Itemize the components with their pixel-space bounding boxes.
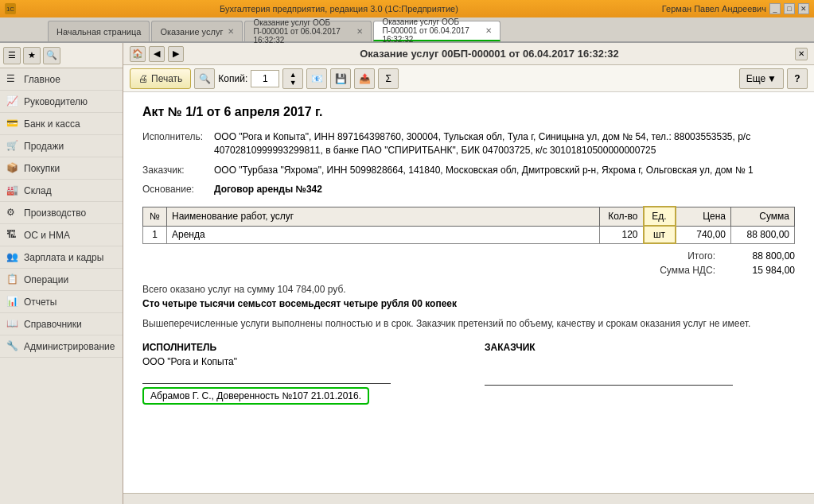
title-bar: 1С Бухгалтерия предприятия, редакция 3.0… <box>0 0 814 17</box>
more-button[interactable]: Еще ▼ <box>739 68 784 89</box>
client-sig-title: ЗАКАЗЧИК <box>485 342 795 353</box>
sidebar-item-bank[interactable]: 💳 Банк и касса <box>0 113 123 135</box>
tab-service3-close[interactable]: ✕ <box>485 26 492 35</box>
tab-service3-label: Оказание услуг ООБ П-000001 от 06.04.201… <box>382 17 481 44</box>
sidebar-item-warehouse-label: Склад <box>24 185 52 196</box>
sidebar-menu-button[interactable]: ☰ <box>3 47 21 64</box>
copies-input[interactable] <box>251 70 279 87</box>
sidebar-item-operations[interactable]: 📋 Операции <box>0 269 123 291</box>
sidebar-item-warehouse[interactable]: 🏭 Склад <box>0 180 123 202</box>
user-name: Герман Павел Андреевич <box>662 4 766 14</box>
sidebar-item-reference-label: Справочники <box>24 319 82 330</box>
title-bar-left: 1С <box>5 3 16 14</box>
minimize-button[interactable]: _ <box>769 3 781 14</box>
printer-icon: 🖨 <box>138 73 148 84</box>
sidebar-item-operations-label: Операции <box>24 274 68 285</box>
sidebar-item-production[interactable]: ⚙ Производство <box>0 202 123 224</box>
help-button-label: ? <box>794 73 800 84</box>
sum-button[interactable]: Σ <box>378 68 399 89</box>
tab-service1[interactable]: Оказание услуг ✕ <box>151 21 243 41</box>
tab-home-label: Начальная страница <box>56 27 141 37</box>
doc-title-bar: 🏠 ◀ ▶ Оказание услуг 00БП-000001 от 06.0… <box>123 43 814 65</box>
close-window-button[interactable]: ✕ <box>798 3 809 14</box>
sidebar-search-button[interactable]: 🔍 <box>43 47 60 64</box>
total-words: Сто четыре тысячи семьсот восемьдесят че… <box>142 298 795 309</box>
send-button[interactable]: 📧 <box>306 68 327 89</box>
sidebar-item-main-label: Главное <box>24 74 60 85</box>
main-icon: ☰ <box>6 73 19 86</box>
sidebar-item-admin-label: Администрирование <box>24 341 115 352</box>
sidebar-item-main[interactable]: ☰ Главное <box>0 68 123 91</box>
total-text: Всего оказано услуг на сумму 104 784,00 … <box>142 284 795 295</box>
client-signature-col: ЗАКАЗЧИК <box>485 342 795 405</box>
document-close-button[interactable]: ✕ <box>795 48 808 60</box>
reports-icon: 📊 <box>6 296 19 308</box>
salary-icon: 👥 <box>6 251 19 264</box>
basis-value: Договор аренды №342 <box>214 183 795 196</box>
document-heading: Акт № 1/1 от 6 апреля 2017 г. <box>142 105 795 119</box>
send2-button[interactable]: 📤 <box>354 68 375 89</box>
sidebar-item-salary[interactable]: 👥 Зарплата и кадры <box>0 246 123 269</box>
bank-icon: 💳 <box>6 118 19 130</box>
production-icon: ⚙ <box>6 207 19 219</box>
home-nav-button[interactable]: 🏠 <box>130 46 146 62</box>
sidebar-item-sales[interactable]: 🛒 Продажи <box>0 135 123 157</box>
contractor-label: Исполнитель: <box>142 130 214 157</box>
tab-home[interactable]: Начальная страница <box>48 21 150 41</box>
col-header-sum: Сумма <box>731 207 795 226</box>
save-button[interactable]: 💾 <box>330 68 351 89</box>
table-row: 1 Аренда 120 шт 740,00 88 800,00 <box>143 226 795 243</box>
sidebar-item-reports[interactable]: 📊 Отчеты <box>0 291 123 313</box>
sidebar-item-purchases[interactable]: 📦 Покупки <box>0 157 123 180</box>
tab-service2[interactable]: Оказание услуг ООБ П-000001 от 06.04.201… <box>244 21 372 41</box>
main-layout: ☰ ★ 🔍 ☰ Главное 📈 Руководителю 💳 Банк и … <box>0 43 814 504</box>
help-button[interactable]: ? <box>787 68 808 89</box>
executor-sig-line <box>142 383 391 384</box>
col-header-name: Наименование работ, услуг <box>167 207 600 226</box>
tab-service2-label: Оказание услуг ООБ П-000001 от 06.04.201… <box>253 18 352 45</box>
itogo-label: Итого: <box>687 250 715 262</box>
sidebar-item-os[interactable]: 🏗 ОС и НМА <box>0 224 123 246</box>
preview-button[interactable]: 🔍 <box>194 68 215 89</box>
more-button-label: Еще <box>746 73 765 84</box>
sidebar-item-sales-label: Продажи <box>24 141 64 152</box>
nds-row: Сумма НДС: 15 984,00 <box>142 265 795 276</box>
col-header-num: № <box>143 207 167 226</box>
operations-icon: 📋 <box>6 273 19 286</box>
itogo-row: Итого: 88 800,00 <box>142 250 795 262</box>
executor-name: ООО "Рога и Копыта" <box>142 356 453 367</box>
cell-sum-1: 88 800,00 <box>731 226 795 243</box>
sig-highlight-box: Абрамов Г. С., Доверенность №107 21.01.2… <box>142 387 369 405</box>
nds-value: 15 984,00 <box>731 265 795 276</box>
sidebar-star-button[interactable]: ★ <box>23 47 41 64</box>
basis-value-bold: Договор аренды №342 <box>214 184 322 195</box>
purchases-icon: 📦 <box>6 162 19 175</box>
sidebar-toolbar: ☰ ★ 🔍 <box>0 43 123 68</box>
maximize-button[interactable]: □ <box>784 3 795 14</box>
sidebar: ☰ ★ 🔍 ☰ Главное 📈 Руководителю 💳 Банк и … <box>0 43 123 504</box>
back-button[interactable]: ◀ <box>149 46 165 62</box>
executor-signature-col: ИСПОЛНИТЕЛЬ ООО "Рога и Копыта" Абрамов … <box>142 342 453 405</box>
itogo-value: 88 800,00 <box>731 250 795 262</box>
print-button[interactable]: 🖨 Печать <box>130 68 191 89</box>
forward-button[interactable]: ▶ <box>168 46 184 62</box>
sidebar-item-manager-label: Руководителю <box>24 96 88 107</box>
tab-service2-close[interactable]: ✕ <box>356 27 363 36</box>
tab-service1-close[interactable]: ✕ <box>228 27 234 36</box>
document-title: Оказание услуг 00БП-000001 от 06.04.2017… <box>187 48 792 60</box>
copies-up-button[interactable]: ▲▼ <box>282 68 303 89</box>
nds-label: Сумма НДС: <box>660 265 715 276</box>
sidebar-item-salary-label: Зарплата и кадры <box>24 252 103 263</box>
sidebar-item-reference[interactable]: 📖 Справочники <box>0 313 123 335</box>
sidebar-item-manager[interactable]: 📈 Руководителю <box>0 91 123 113</box>
sidebar-item-admin[interactable]: 🔧 Администрирование <box>0 335 123 358</box>
horizontal-scrollbar[interactable] <box>123 493 814 504</box>
contractor-value: ООО "Рога и Копыта", ИНН 897164398760, 3… <box>214 130 795 157</box>
client-value: ООО "Турбаза "Яхрома", ИНН 5099828664, 1… <box>214 164 795 177</box>
basis-field: Основание: Договор аренды №342 <box>142 183 795 196</box>
action-toolbar: 🖨 Печать 🔍 Копий: ▲▼ 📧 💾 📤 Σ Еще ▼ ? <box>123 65 814 92</box>
col-header-unit: Ед. <box>644 207 676 226</box>
client-sig-line <box>485 385 733 386</box>
tab-service3[interactable]: Оказание услуг ООБ П-000001 от 06.04.201… <box>373 21 500 41</box>
sidebar-item-bank-label: Банк и касса <box>24 118 80 130</box>
